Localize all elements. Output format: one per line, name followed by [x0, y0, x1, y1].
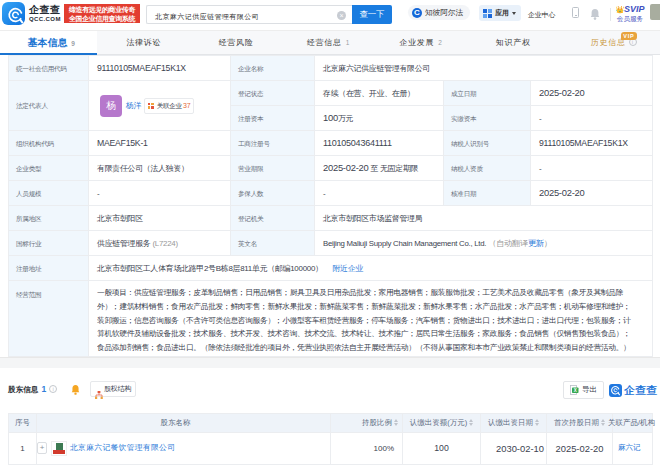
svg-text:X: X	[574, 388, 577, 393]
